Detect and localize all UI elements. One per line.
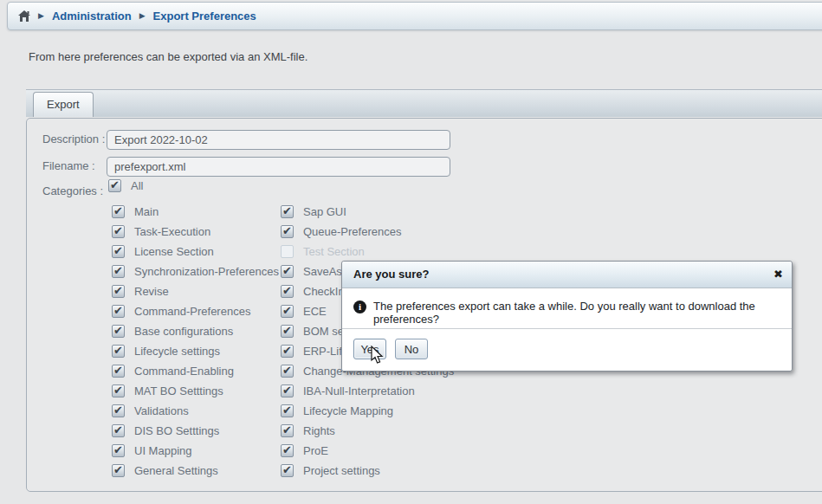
checkbox-project-settings[interactable]: ✔ [281,464,294,477]
checkbox-validations[interactable]: ✔ [112,404,125,417]
category-row: ✔Task-Execution [112,225,279,245]
filename-input[interactable] [107,157,450,177]
category-label: MAT BO Setttings [134,384,223,398]
category-label: Sap GUI [303,205,346,219]
category-label: ECE [303,305,327,319]
check-icon: ✔ [113,204,123,218]
checkbox-test-section[interactable] [281,245,294,258]
checkbox-bom-sett[interactable]: ✔ [281,325,294,338]
export-preferences-page: ▶ Administration ▶ Export Preferences Fr… [0,0,822,504]
checkbox-sap-gui[interactable]: ✔ [281,205,294,218]
check-icon: ✔ [282,283,292,298]
category-label: License Section [134,245,214,259]
category-row: ✔DIS BO Setttings [112,424,279,444]
checkbox-base-configurations[interactable]: ✔ [112,325,125,338]
check-icon: ✔ [113,243,123,258]
category-row: ✔Lifecycle Mapping [281,404,454,424]
checkbox-change-management-settings[interactable]: ✔ [281,365,294,378]
check-icon: ✔ [113,303,123,318]
confirm-dialog: Are you sure? ✖ i The preferences export… [341,261,793,372]
category-row: ✔Main [112,205,279,225]
category-label: Lifecycle Mapping [303,404,393,418]
checkbox-command-enabling[interactable]: ✔ [112,365,125,378]
category-row: ✔Sap GUI [281,205,454,225]
description-input[interactable] [107,130,450,150]
checkbox-ece[interactable]: ✔ [281,305,294,318]
category-row: ✔Base configurations [112,325,279,345]
checkbox-ui-mapping[interactable]: ✔ [112,444,125,457]
checkbox-checkin[interactable]: ✔ [281,285,294,298]
checkbox-command-preferences[interactable]: ✔ [112,305,125,318]
check-icon: ✔ [113,263,123,278]
category-row: ✔Synchronization-Preferences [112,265,279,285]
breadcrumb: ▶ Administration ▶ Export Preferences [7,2,822,30]
checkbox-all[interactable]: ✔ [108,179,121,192]
checkbox-rights[interactable]: ✔ [281,424,294,437]
checkbox-task-execution[interactable]: ✔ [112,225,125,238]
check-icon: ✔ [282,343,292,358]
filename-label: Filename : [42,159,95,172]
category-row: ✔MAT BO Setttings [112,384,279,404]
check-icon: ✔ [282,383,292,397]
category-label: Revise [134,285,169,299]
category-label: Lifecycle settings [134,345,220,359]
category-row: ✔Command-Preferences [112,305,279,325]
category-row: ✔Revise [112,285,279,305]
intro-text: From here preferences can be exported vi… [29,50,307,63]
category-column-left: ✔Main✔Task-Execution✔License Section✔Syn… [112,205,279,484]
category-row-all: ✔ All [108,179,143,193]
dialog-header: Are you sure? ✖ [342,262,792,288]
category-row: ✔License Section [112,245,279,265]
check-icon: ✔ [113,283,123,298]
checkbox-main[interactable]: ✔ [112,205,125,218]
category-row: ✔Validations [112,404,279,424]
checkbox-saveas-a[interactable]: ✔ [281,265,294,278]
check-icon: ✔ [113,363,123,378]
checkbox-synchronization-preferences[interactable]: ✔ [112,265,125,278]
check-icon: ✔ [282,263,292,278]
check-icon: ✔ [113,423,123,437]
tab-strip [26,89,822,117]
close-icon[interactable]: ✖ [773,262,783,288]
tab-export[interactable]: Export [33,92,94,117]
category-label: Synchronization-Preferences [134,265,279,279]
no-button[interactable]: No [395,339,428,359]
checkbox-dis-bo-setttings[interactable]: ✔ [112,424,125,437]
checkbox-proe[interactable]: ✔ [281,444,294,457]
checkbox-queue-preferences[interactable]: ✔ [281,225,294,238]
check-icon: ✔ [113,462,123,477]
check-icon: ✔ [282,462,292,477]
checkbox-mat-bo-setttings[interactable]: ✔ [112,384,125,397]
category-label: Validations [134,404,189,418]
category-row: ✔ProE [281,444,454,464]
check-icon: ✔ [110,178,120,192]
check-icon: ✔ [113,403,123,417]
breadcrumb-administration[interactable]: Administration [52,10,132,23]
checkbox-iba-null-interpretation[interactable]: ✔ [281,384,294,397]
check-icon: ✔ [113,383,123,397]
breadcrumb-export-preferences[interactable]: Export Preferences [153,10,256,23]
check-icon: ✔ [282,443,292,457]
checkbox-general-settings[interactable]: ✔ [112,464,125,477]
category-label: Base configurations [134,325,233,339]
category-row: ✔Command-Enabling [112,365,279,384]
breadcrumb-separator-icon: ▶ [38,12,44,20]
checkbox-lifecycle-settings[interactable]: ✔ [112,345,125,358]
checkbox-lifecycle-mapping[interactable]: ✔ [281,404,294,417]
description-label: Description : [42,132,105,145]
home-icon[interactable] [18,10,30,22]
check-icon: ✔ [282,323,292,338]
checkbox-license-section[interactable]: ✔ [112,245,125,258]
dialog-message: The preferences export can take a while.… [373,300,783,326]
check-icon: ✔ [282,223,292,238]
category-label-all: All [131,179,143,193]
yes-button[interactable]: Yes [353,339,386,359]
category-row: ✔Project settings [281,464,454,484]
category-row: ✔UI Mapping [112,444,279,464]
checkbox-erp-lifec[interactable]: ✔ [281,345,294,358]
category-label: Command-Preferences [134,305,250,319]
check-icon: ✔ [113,443,123,457]
info-icon: i [353,300,366,313]
check-icon: ✔ [282,204,292,218]
checkbox-revise[interactable]: ✔ [112,285,125,298]
